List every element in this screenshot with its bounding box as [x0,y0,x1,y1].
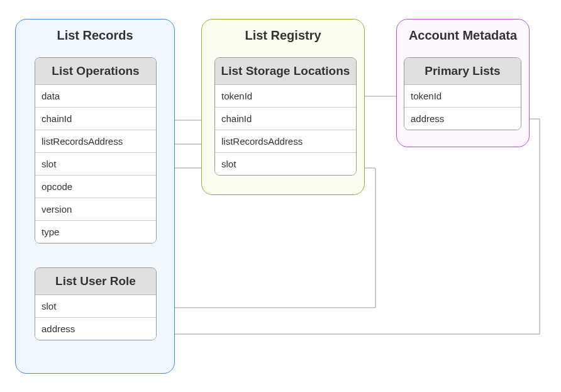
row-operations-4: opcode [35,176,156,198]
row-primary-0: tokenId [404,85,521,108]
table-list-storage-locations: List Storage Locations tokenId chainId l… [214,57,357,176]
row-operations-1: chainId [35,108,156,130]
row-operations-2: listRecordsAddress [35,130,156,153]
row-storage-1: chainId [215,108,356,130]
row-storage-2: listRecordsAddress [215,130,356,153]
container-title-account: Account Metadata [397,20,529,48]
table-header-userrole: List User Role [35,268,156,295]
container-list-registry: List Registry List Storage Locations tok… [201,19,365,195]
table-header-storage: List Storage Locations [215,58,356,85]
row-operations-0: data [35,85,156,108]
row-storage-3: slot [215,153,356,175]
row-operations-5: version [35,198,156,221]
row-storage-0: tokenId [215,85,356,108]
table-header-operations: List Operations [35,58,156,85]
table-primary-lists: Primary Lists tokenId address [404,57,521,130]
table-header-primary: Primary Lists [404,58,521,85]
table-list-operations: List Operations data chainId listRecords… [35,57,157,244]
container-title-registry: List Registry [202,20,364,48]
row-userrole-1: address [35,318,156,340]
row-operations-6: type [35,221,156,243]
container-title-records: List Records [16,20,174,48]
row-primary-1: address [404,108,521,130]
row-operations-3: slot [35,153,156,176]
container-account-metadata: Account Metadata Primary Lists tokenId a… [396,19,530,147]
row-userrole-0: slot [35,295,156,318]
container-list-records: List Records List Operations data chainI… [15,19,175,374]
table-list-user-role: List User Role slot address [35,267,157,340]
